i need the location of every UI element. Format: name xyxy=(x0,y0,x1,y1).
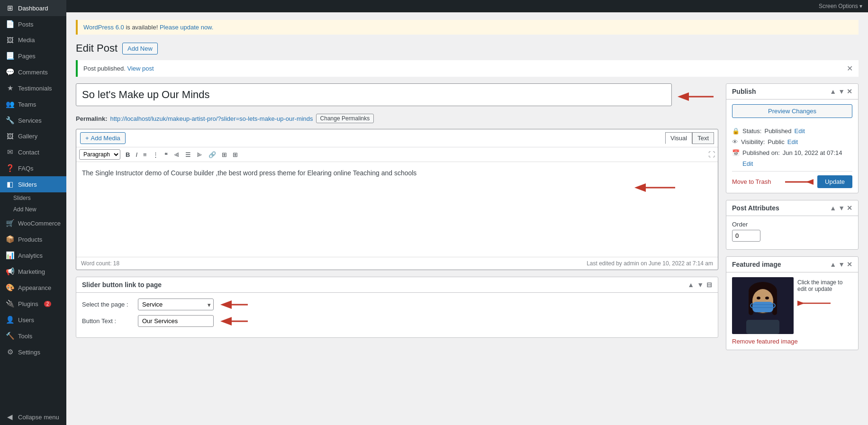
remove-featured-image-link[interactable]: Remove featured image xyxy=(732,338,852,345)
sidebar-item-comments[interactable]: 💬 Comments xyxy=(0,64,66,80)
publish-collapse-down[interactable]: ▼ xyxy=(838,88,845,95)
sidebar-item-posts[interactable]: 📄 Posts xyxy=(0,16,66,32)
sidebar-item-teams[interactable]: 👥 Teams xyxy=(0,96,66,112)
sidebar-item-label: Comments xyxy=(18,69,48,76)
plugins-icon: 🔌 xyxy=(6,299,14,308)
post-attributes-box: Post Attributes ▲ ▼ ✕ Order xyxy=(726,200,859,250)
tab-text[interactable]: Text xyxy=(692,132,714,144)
post-title-input[interactable] xyxy=(76,83,672,106)
meta-collapse-down[interactable]: ▼ xyxy=(697,281,704,289)
sidebar-item-faqs[interactable]: ❓ FAQs xyxy=(0,160,66,176)
sidebar-item-media[interactable]: 🖼 Media xyxy=(0,32,66,48)
status-row: 🔒 Status: Published Edit xyxy=(732,127,852,135)
attributes-close[interactable]: ✕ xyxy=(847,204,852,212)
sidebar-sub-add-new[interactable]: Add New xyxy=(0,204,66,215)
sidebar-item-label: FAQs xyxy=(18,165,34,172)
please-update-link[interactable]: Please update now. xyxy=(160,24,213,31)
sidebar-item-woocommerce[interactable]: 🛒 WooCommerce xyxy=(0,215,66,231)
button-text-arrow xyxy=(219,316,253,327)
visibility-edit-link[interactable]: Edit xyxy=(787,138,798,145)
sidebar-item-analytics[interactable]: 📊 Analytics xyxy=(0,247,66,263)
preview-changes-button[interactable]: Preview Changes xyxy=(732,104,852,118)
publish-box: Publish ▲ ▼ ✕ Preview Changes 🔒 xyxy=(726,83,859,193)
visibility-icon: 👁 xyxy=(732,138,738,145)
select-page-dropdown[interactable]: Service Home About Contact Gallery xyxy=(138,298,214,310)
update-notice: WordPress 6.0 is available! Please updat… xyxy=(76,20,859,35)
blockquote-button[interactable]: ❝ xyxy=(162,150,170,160)
status-edit-link[interactable]: Edit xyxy=(795,127,805,135)
format-select[interactable]: Paragraph Heading 1 Heading 2 xyxy=(79,149,120,160)
sidebar-item-gallery[interactable]: 🖼 Gallery xyxy=(0,128,66,144)
sidebar-item-sliders[interactable]: ◧ Sliders xyxy=(0,176,66,192)
sidebar-sub-sliders[interactable]: Sliders xyxy=(0,192,66,204)
featured-collapse-up[interactable]: ▲ xyxy=(830,261,836,268)
view-post-link[interactable]: View post xyxy=(127,65,154,72)
sidebar-item-plugins[interactable]: 🔌 Plugins 2 xyxy=(0,296,66,312)
close-notice-button[interactable]: ✕ xyxy=(847,64,853,73)
screen-options-button[interactable]: Screen Options ▾ xyxy=(819,3,862,9)
status-icon: 🔒 xyxy=(732,127,740,135)
align-center-button[interactable]: ☰ xyxy=(183,150,193,160)
align-right-button[interactable]: ⫸ xyxy=(194,150,205,160)
sidebar-item-marketing[interactable]: 📢 Marketing xyxy=(0,263,66,280)
sidebar-item-contact[interactable]: ✉ Contact xyxy=(0,144,66,160)
svg-rect-13 xyxy=(752,302,773,312)
sidebar-item-label: Collapse menu xyxy=(18,414,59,421)
sidebar-item-products[interactable]: 📦 Products xyxy=(0,231,66,247)
editor-column: Permalink: http://localhost/luzuk/makeup… xyxy=(76,83,718,357)
sidebar-item-label: Tools xyxy=(18,333,32,340)
sidebar-item-label: Plugins xyxy=(18,300,38,307)
published-on-edit-link[interactable]: Edit xyxy=(742,160,753,167)
meta-close[interactable]: ⊟ xyxy=(706,281,712,289)
sidebar-item-appearance[interactable]: 🎨 Appearance xyxy=(0,280,66,296)
bold-button[interactable]: B xyxy=(123,150,132,160)
editor-content[interactable]: The Single Instructor demo of Course bui… xyxy=(76,162,718,257)
featured-collapse-down[interactable]: ▼ xyxy=(838,261,845,268)
products-icon: 📦 xyxy=(6,235,14,244)
select-page-label: Select the page : xyxy=(82,301,134,308)
align-left-button[interactable]: ⫷ xyxy=(171,150,182,160)
insert-button[interactable]: ⊞ xyxy=(219,150,229,160)
add-new-button[interactable]: Add New xyxy=(122,43,158,54)
sidebar-item-testimonials[interactable]: ★ Testimonials xyxy=(0,80,66,96)
sliders-icon: ◧ xyxy=(6,180,14,189)
featured-image-box: Featured image ▲ ▼ ✕ xyxy=(726,256,859,350)
wordpress-version-link[interactable]: WordPress 6.0 xyxy=(83,24,124,31)
sidebar-item-label: Pages xyxy=(18,53,36,60)
publish-collapse-up[interactable]: ▲ xyxy=(830,88,836,95)
link-button[interactable]: 🔗 xyxy=(206,150,218,160)
move-to-trash-link[interactable]: Move to Trash xyxy=(732,178,771,185)
ol-button[interactable]: ⋮ xyxy=(150,150,161,160)
featured-image[interactable] xyxy=(732,277,794,334)
sidebar-item-label: Services xyxy=(18,117,42,124)
button-text-input[interactable] xyxy=(138,315,214,327)
attributes-collapse-down[interactable]: ▼ xyxy=(838,204,845,212)
table-button[interactable]: ⊞ xyxy=(230,150,240,160)
expand-button[interactable]: ⛶ xyxy=(708,151,715,158)
ul-button[interactable]: ≡ xyxy=(141,150,149,160)
tab-visual[interactable]: Visual xyxy=(665,132,692,144)
featured-close[interactable]: ✕ xyxy=(847,261,852,268)
sidebar-item-label: Posts xyxy=(18,21,34,28)
italic-button[interactable]: I xyxy=(133,150,140,160)
sidebar-item-users[interactable]: 👤 Users xyxy=(0,312,66,328)
change-permalinks-button[interactable]: Change Permalinks xyxy=(316,114,374,123)
attributes-collapse-up[interactable]: ▲ xyxy=(830,204,836,212)
sidebar-item-services[interactable]: 🔧 Services xyxy=(0,112,66,128)
add-media-button[interactable]: + Add Media xyxy=(80,132,126,144)
sidebar-item-pages[interactable]: 📃 Pages xyxy=(0,48,66,64)
sidebar-item-collapse[interactable]: ◀ Collapse menu xyxy=(0,409,66,425)
sidebar-item-settings[interactable]: ⚙ Settings xyxy=(0,344,66,360)
main-area: Screen Options ▾ WordPress 6.0 is availa… xyxy=(66,0,868,425)
pages-icon: 📃 xyxy=(6,52,14,60)
publish-close[interactable]: ✕ xyxy=(847,88,852,95)
sidebar-item-tools[interactable]: 🔨 Tools xyxy=(0,328,66,344)
permalink-link[interactable]: http://localhost/luzuk/makeup-artist-pro… xyxy=(110,115,313,122)
sidebar-item-dashboard[interactable]: ⊞ Dashboard xyxy=(0,0,66,16)
meta-box-body: Select the page : Service Home About Con… xyxy=(76,293,718,337)
meta-box-header: Slider button link to page ▲ ▼ ⊟ xyxy=(76,277,718,293)
meta-collapse-up[interactable]: ▲ xyxy=(687,281,694,289)
order-input[interactable] xyxy=(732,230,760,242)
update-button[interactable]: Update xyxy=(817,175,852,188)
svg-point-12 xyxy=(765,297,769,299)
